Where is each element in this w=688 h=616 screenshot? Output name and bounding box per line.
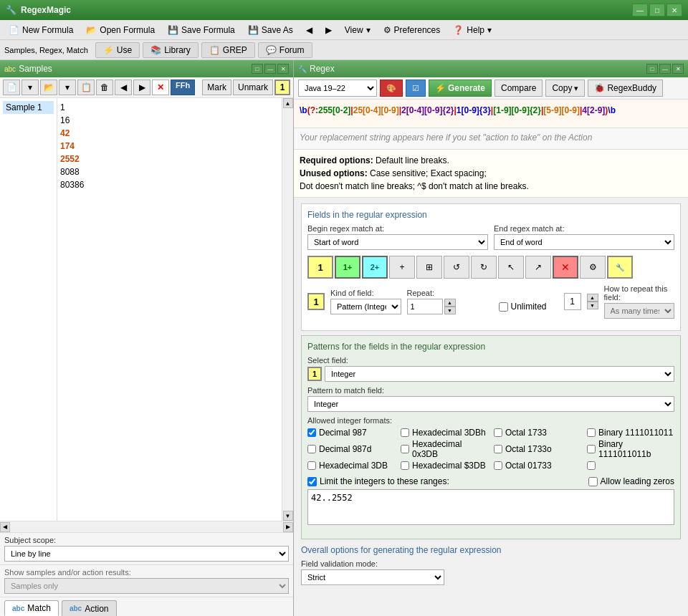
format-octal1733-cb[interactable]: [494, 428, 502, 437]
repeat-count-down-btn[interactable]: ▼: [587, 302, 598, 309]
limit-checkbox[interactable]: [307, 477, 317, 486]
samples-restore-btn[interactable]: □: [252, 64, 263, 74]
language-select[interactable]: Java 19–22: [298, 80, 377, 97]
open-sample-dropdown[interactable]: ▾: [59, 80, 76, 95]
begin-regex-select[interactable]: Start of word: [307, 234, 488, 250]
insert-field2-btn[interactable]: ⊞: [416, 256, 442, 279]
regexbuddy-btn[interactable]: 🐞 RegexBuddy: [588, 80, 663, 97]
add-field-optional-btn[interactable]: 2+: [362, 256, 388, 279]
open-sample-btn[interactable]: 📂: [40, 80, 57, 95]
compare-btn[interactable]: Compare: [494, 80, 543, 97]
copy-btn[interactable]: Copy ▾: [545, 80, 585, 97]
move-left-btn[interactable]: ↺: [444, 256, 469, 279]
minimize-btn[interactable]: —: [632, 4, 648, 16]
repeat-input[interactable]: [407, 299, 443, 314]
samples-text-area[interactable]: 1 16 42 174 2552 8088 80386: [57, 98, 282, 521]
close-btn[interactable]: ✕: [666, 4, 682, 16]
insert-field-btn[interactable]: +: [389, 256, 415, 279]
pattern-match-select[interactable]: Integer: [307, 396, 674, 412]
format-decimal987d-cb[interactable]: [307, 445, 316, 453]
maximize-btn[interactable]: □: [649, 4, 665, 16]
move-down-btn[interactable]: ↗: [525, 256, 551, 279]
unlimited-checkbox[interactable]: [499, 302, 508, 312]
tab-forum[interactable]: 💬 Forum: [258, 42, 312, 58]
vertical-scrollbar[interactable]: ▲ ▼: [282, 98, 293, 521]
kind-select[interactable]: Pattern (Integer): [330, 299, 401, 314]
scroll-right-btn[interactable]: ▶: [283, 522, 293, 532]
scroll-left-btn[interactable]: ◀: [0, 522, 10, 532]
tab-action[interactable]: abc Action: [62, 600, 117, 616]
horizontal-scrollbar[interactable]: ◀ ▶: [0, 521, 293, 532]
redo-btn[interactable]: ▶: [133, 80, 150, 95]
ffh-btn[interactable]: FFh: [171, 80, 195, 95]
scroll-down-btn[interactable]: ▼: [283, 511, 293, 521]
delete-field-btn[interactable]: ✕: [553, 256, 578, 279]
menu-back[interactable]: ◀: [300, 23, 318, 37]
field-advanced-btn[interactable]: 🔧: [607, 256, 633, 279]
add-field-after-btn[interactable]: 1+: [335, 256, 360, 279]
use-label: Use: [117, 45, 132, 55]
scroll-up-btn[interactable]: ▲: [283, 98, 293, 108]
delete-sample-btn[interactable]: 🗑: [96, 80, 113, 95]
format-decimal987-cb[interactable]: [307, 428, 316, 437]
tab-use[interactable]: ⚡ Use: [95, 42, 140, 58]
move-right-btn[interactable]: ↻: [471, 256, 497, 279]
regex-restore-btn[interactable]: □: [646, 64, 658, 74]
how-repeat-select[interactable]: As many times as possible: [604, 303, 675, 319]
repeat-count-up-btn[interactable]: ▲: [587, 294, 598, 302]
field-num-btn[interactable]: 1: [307, 256, 333, 279]
range-input[interactable]: 42..2552: [307, 489, 674, 525]
checkmark-btn[interactable]: ☑: [406, 80, 426, 97]
format-hex0x3db-cb[interactable]: [401, 445, 409, 453]
color-scheme-btn[interactable]: 🎨: [380, 80, 403, 97]
format-decimal987: Decimal 987: [307, 428, 395, 438]
format-hex3dbh-cb[interactable]: [401, 428, 409, 437]
move-up-btn[interactable]: ↖: [498, 256, 524, 279]
copy-sample-btn[interactable]: 📋: [77, 80, 95, 95]
show-samples-select[interactable]: Samples only: [4, 578, 289, 594]
sample-name-item[interactable]: Sample 1: [3, 101, 54, 114]
menu-help[interactable]: ❓ Help ▾: [447, 23, 497, 37]
menu-save-formula[interactable]: 💾 Save Formula: [162, 23, 241, 37]
validation-select[interactable]: Strict: [301, 569, 444, 585]
repeat-down-btn[interactable]: ▼: [444, 307, 456, 314]
regexbuddy-label: RegexBuddy: [607, 83, 656, 93]
format-octal01733-cb[interactable]: [494, 461, 502, 470]
menu-preferences[interactable]: ⚙ Preferences: [378, 23, 446, 37]
menu-open-formula[interactable]: 📂 Open Formula: [80, 23, 161, 37]
menu-forward[interactable]: ▶: [320, 23, 338, 37]
new-sample-btn[interactable]: 📄: [3, 80, 20, 95]
repeat-up-btn[interactable]: ▲: [444, 299, 456, 307]
end-regex-select[interactable]: End of word: [494, 234, 674, 250]
repeat-label: Repeat:: [407, 289, 493, 297]
subject-scope-select[interactable]: Line by line: [4, 546, 289, 562]
generate-btn[interactable]: ⚡ Generate: [429, 80, 492, 97]
allow-zeros-group: Allow leading zeros: [588, 476, 674, 486]
menu-new-formula[interactable]: 📄 New Formula: [3, 23, 79, 37]
format-binary1b-cb[interactable]: [587, 445, 596, 453]
undo-btn[interactable]: ◀: [115, 80, 132, 95]
clear-btn[interactable]: ✕: [152, 80, 169, 95]
format-binary1-cb[interactable]: [587, 428, 596, 437]
samples-close-btn[interactable]: ✕: [277, 64, 289, 74]
select-field-select[interactable]: Integer: [325, 366, 674, 382]
format-hex3db-cb[interactable]: [307, 461, 316, 470]
format-empty-cb[interactable]: [587, 461, 596, 470]
regex-close-btn[interactable]: ✕: [672, 64, 684, 74]
regex-minimize-btn[interactable]: —: [659, 64, 671, 74]
format-octal1733o-cb[interactable]: [494, 445, 502, 453]
new-sample-dropdown[interactable]: ▾: [22, 80, 39, 95]
tab-library[interactable]: 📚 Library: [143, 42, 199, 58]
mark-btn[interactable]: Mark: [202, 80, 231, 95]
formats-grid: Decimal 987 Hexadecimal 3DBh Octal 1733: [307, 428, 674, 471]
menu-save-as[interactable]: 💾 Save As: [242, 23, 299, 37]
end-regex-label: End regex match at:: [494, 224, 674, 233]
field-settings-btn[interactable]: ⚙: [580, 256, 606, 279]
format-hexdollar3db-cb[interactable]: [401, 461, 409, 470]
tab-match[interactable]: abc Match: [4, 600, 59, 616]
menu-view[interactable]: View ▾: [339, 23, 376, 37]
allow-zeros-checkbox[interactable]: [588, 477, 598, 486]
tab-grep[interactable]: 📋 GREP: [201, 42, 255, 58]
unmark-btn[interactable]: Unmark: [233, 80, 273, 95]
samples-minimize-btn[interactable]: —: [264, 64, 276, 74]
